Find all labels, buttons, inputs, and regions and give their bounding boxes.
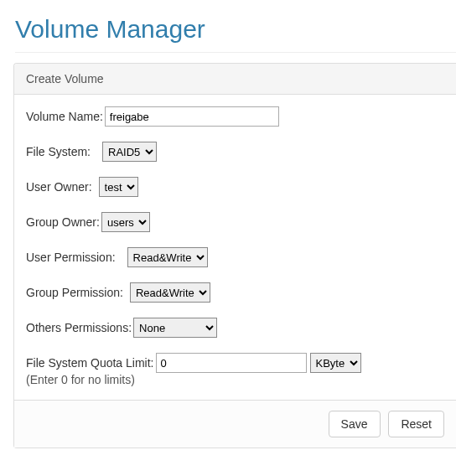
group-owner-select[interactable]: users bbox=[101, 212, 150, 232]
divider bbox=[15, 52, 456, 53]
panel-footer: Save Reset bbox=[14, 400, 456, 448]
group-permission-label: Group Permission: bbox=[26, 286, 123, 299]
volume-name-label: Volume Name: bbox=[26, 110, 103, 123]
file-system-select[interactable]: RAID5 bbox=[102, 142, 157, 162]
file-system-label: File System: bbox=[26, 145, 91, 158]
user-owner-select[interactable]: test bbox=[99, 177, 138, 197]
group-owner-label: Group Owner: bbox=[26, 215, 100, 229]
group-permission-select[interactable]: Read&Write bbox=[130, 282, 210, 303]
user-owner-label: User Owner: bbox=[26, 180, 92, 194]
panel-title: Create Volume bbox=[14, 64, 456, 95]
create-volume-panel: Create Volume Volume Name: File System: … bbox=[13, 63, 456, 448]
volume-name-input[interactable] bbox=[105, 106, 279, 127]
others-permissions-label: Others Permissions: bbox=[26, 321, 132, 334]
save-button[interactable]: Save bbox=[329, 411, 381, 437]
user-permission-select[interactable]: Read&Write bbox=[127, 247, 208, 267]
user-permission-label: User Permission: bbox=[26, 251, 116, 264]
fs-quota-input[interactable] bbox=[156, 353, 307, 373]
fs-quota-label: File System Quota Limit: bbox=[26, 356, 154, 370]
fs-quota-unit-select[interactable]: KByte bbox=[310, 353, 361, 373]
fs-quota-hint: (Enter 0 for no limits) bbox=[26, 373, 444, 386]
reset-button[interactable]: Reset bbox=[388, 411, 444, 437]
form-body: Volume Name: File System: RAID5 User Own… bbox=[14, 95, 456, 400]
others-permissions-select[interactable]: None bbox=[133, 318, 217, 338]
page-title: Volume Manager bbox=[15, 15, 456, 44]
